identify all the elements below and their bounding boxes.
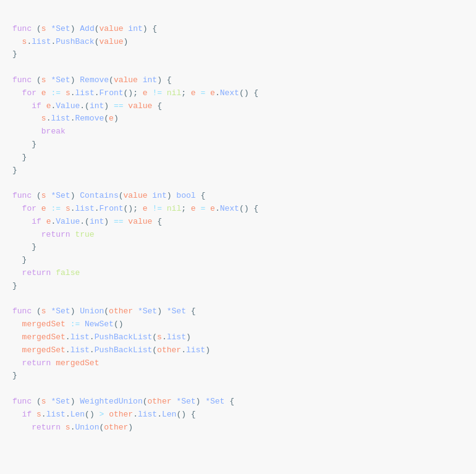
type-1: *Set — [51, 24, 70, 33]
method-list-5: list — [70, 332, 90, 342]
method-list-6: list — [167, 332, 186, 342]
call-pushbacklist-1: PushBackList — [95, 332, 153, 342]
call-remove: Remove — [75, 114, 104, 123]
plain-4: ( — [95, 24, 100, 33]
type-7: *Set — [51, 397, 70, 406]
funcname-union: Union — [80, 307, 104, 316]
var-s-2: s — [66, 88, 70, 98]
var-mergedset-2: mergedSet — [22, 332, 66, 342]
close-brace-2: } — [12, 166, 17, 175]
var-e-6: e — [109, 114, 114, 123]
method-list-2: list — [75, 88, 95, 98]
keyword-return-2: return — [22, 268, 51, 277]
builtin-nil-1: nil — [167, 88, 181, 98]
method-list-10: list — [138, 410, 157, 419]
plain-86: . — [181, 345, 186, 355]
keyword-return-4: return — [32, 423, 61, 432]
var-e-3: e — [191, 88, 196, 98]
indent-10 — [12, 230, 41, 239]
var-s-7: s — [66, 423, 70, 432]
param-other-1: other — [109, 307, 133, 316]
plain-9: ( — [95, 37, 100, 46]
var-e-2: e — [143, 88, 148, 98]
op-neq-2: != — [152, 204, 162, 213]
indent-16 — [12, 345, 22, 355]
op-eq-2: == — [114, 217, 124, 226]
plain-24 — [162, 88, 167, 98]
plain-78: . — [66, 332, 70, 342]
plain-99: () — [85, 410, 99, 419]
receiver-1: s — [41, 24, 46, 33]
type-bool: bool — [176, 191, 195, 200]
plain-39: ) — [114, 114, 119, 123]
op-neq-1: != — [152, 88, 162, 98]
plain-77: () — [114, 320, 124, 329]
close-brace-4: } — [12, 371, 17, 380]
indent-7: } — [12, 153, 27, 162]
type-int-2: int — [143, 75, 157, 85]
close-brace-3: } — [12, 281, 17, 290]
method-list-8: list — [186, 345, 205, 355]
plain-70: ) — [70, 307, 80, 316]
plain-59: () { — [239, 204, 258, 213]
call-pushbacklist-2: PushBackList — [95, 345, 153, 355]
keyword-for-2: for — [22, 204, 36, 213]
var-other-2: other — [109, 410, 133, 419]
plain-68: ( — [32, 307, 41, 316]
plain-29: () { — [239, 88, 258, 98]
plain-14: ( — [109, 75, 114, 85]
plain-27 — [205, 88, 210, 98]
var-other-1: other — [157, 345, 181, 355]
type-6: *Set — [167, 307, 186, 316]
plain-19 — [61, 88, 66, 98]
var-e-10: e — [210, 204, 215, 213]
code-content: func (s *Set) Add(value int) { s.list.Pu… — [12, 10, 464, 447]
plain-84: . — [90, 345, 95, 355]
keyword-if-1: if — [32, 101, 41, 111]
plain-104 — [61, 423, 66, 432]
plain-28: . — [215, 88, 220, 98]
indent-8 — [12, 204, 22, 213]
call-front-1: Front — [100, 88, 124, 98]
plain-98: . — [66, 410, 70, 419]
plain-79: . — [90, 332, 95, 342]
plain-55: ; — [181, 204, 191, 213]
indent-17 — [12, 358, 22, 368]
receiver-4: s — [41, 307, 46, 316]
plain-49 — [61, 204, 66, 213]
builtin-nil-2: nil — [167, 204, 181, 213]
plain-103: () { — [176, 410, 195, 419]
method-list-1: list — [32, 37, 51, 46]
op-assign-1: := — [51, 88, 61, 98]
plain-40: ( — [32, 191, 41, 200]
plain-50: . — [70, 204, 75, 213]
var-other-3: other — [104, 423, 128, 432]
plain-92: ( — [143, 397, 148, 406]
plain-97: . — [41, 410, 46, 419]
plain-51: . — [95, 204, 100, 213]
indent-18 — [12, 410, 22, 419]
receiver-3: s — [41, 191, 46, 200]
indent-14 — [12, 320, 22, 329]
plain-21: . — [95, 88, 100, 98]
type-2: *Set — [51, 75, 70, 85]
plain-20: . — [70, 88, 75, 98]
close-brace-1: } — [12, 49, 17, 59]
keyword-func-1: func — [12, 24, 32, 33]
plain-85: ( — [152, 345, 157, 355]
var-mergedset-1: mergedSet — [22, 320, 66, 329]
var-e-4: e — [210, 88, 215, 98]
keyword-break: break — [41, 127, 66, 136]
plain-15 — [138, 75, 143, 85]
plain-100 — [104, 410, 109, 419]
method-value-2: Value — [56, 217, 80, 226]
plain-75 — [66, 320, 70, 329]
type-3: *Set — [51, 191, 70, 200]
call-newset: NewSet — [85, 320, 114, 329]
type-int-4: int — [152, 191, 166, 200]
plain-16: ) { — [157, 75, 171, 85]
plain-83: . — [66, 345, 70, 355]
funcname-add: Add — [80, 24, 94, 33]
plain-94: ) — [196, 397, 206, 406]
type-8: *Set — [176, 397, 195, 406]
